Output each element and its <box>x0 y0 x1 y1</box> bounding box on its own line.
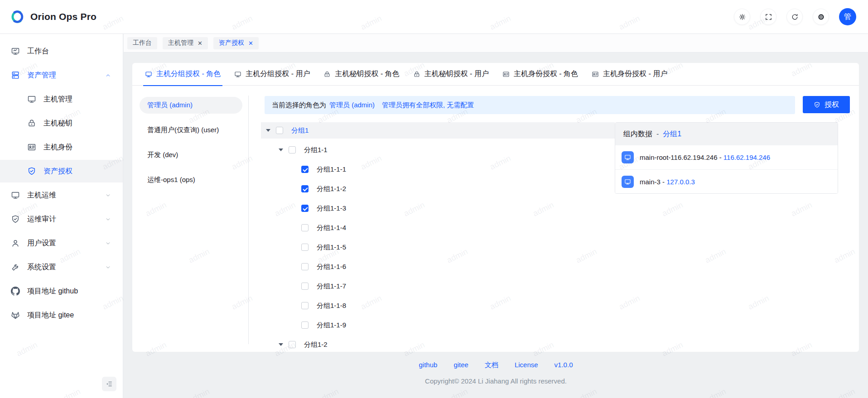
caret-down-icon[interactable] <box>277 341 285 348</box>
tree-node-label[interactable]: 分组1 <box>291 126 309 135</box>
role-list: 管理员 (admin)普通用户(仅查询) (user)开发 (dev)运维-op… <box>140 97 242 197</box>
sidebar-item-workbench[interactable]: 工作台 <box>0 40 123 62</box>
sidebar-item-asset-authorization[interactable]: 资产授权 <box>0 160 123 182</box>
tree-node-label[interactable]: 分组1-1-1 <box>317 165 346 174</box>
checkbox[interactable] <box>301 263 309 270</box>
tab-group-role[interactable]: 主机分组授权 - 角色 <box>145 63 221 86</box>
tab-key-role[interactable]: 主机秘钥授权 - 角色 <box>323 63 399 86</box>
tree-node-label[interactable]: 分组1-1-8 <box>317 302 346 310</box>
checkbox[interactable] <box>289 146 296 153</box>
checkbox[interactable] <box>301 166 309 173</box>
alert-note: 管理员拥有全部权限, 无需配置 <box>382 101 474 110</box>
theme-button[interactable] <box>734 9 750 25</box>
caret-spacer <box>290 205 297 212</box>
caret-down-icon[interactable] <box>277 146 285 153</box>
tab-chip-workbench[interactable]: 工作台 <box>127 37 157 49</box>
footer-link-v1.0.0[interactable]: v1.0.0 <box>555 361 573 369</box>
footer-link-文档[interactable]: 文档 <box>485 361 498 369</box>
sidebar-item-github[interactable]: 项目地址 github <box>0 280 123 302</box>
tree-node-label[interactable]: 分组1-1-4 <box>317 224 346 232</box>
tab-chip-host-management[interactable]: 主机管理✕ <box>163 37 208 49</box>
host-list: main-root-116.62.194.246 - 116.62.194.24… <box>615 145 838 193</box>
tree-node-label[interactable]: 分组1-1-6 <box>317 263 346 271</box>
tab-key-user[interactable]: 主机秘钥授权 - 用户 <box>413 63 489 86</box>
gear-icon <box>817 13 825 21</box>
card-body: 管理员 (admin)普通用户(仅查询) (user)开发 (dev)运维-op… <box>132 86 859 351</box>
sidebar-item-assets[interactable]: 资产管理 <box>0 64 123 86</box>
checkbox[interactable] <box>301 185 309 192</box>
tab-chip-label: 主机管理 <box>168 39 193 47</box>
sidebar-item-host-ops[interactable]: 主机运维 <box>0 184 123 206</box>
tree-row: 分组1-1-2 <box>261 181 615 197</box>
brand: Orion Ops Pro <box>9 9 96 25</box>
host-ip-link[interactable]: 127.0.0.3 <box>666 178 695 186</box>
footer-link-gitee[interactable]: gitee <box>453 361 468 369</box>
close-icon[interactable]: ✕ <box>248 40 253 46</box>
tree-row: 分组1-1-9 <box>261 317 615 333</box>
user-icon <box>11 239 20 248</box>
footer-link-License[interactable]: License <box>515 361 538 369</box>
tree-node-label[interactable]: 分组1-1-7 <box>317 282 346 291</box>
role-item[interactable]: 开发 (dev) <box>140 147 242 163</box>
tree-node-label[interactable]: 分组1-1-2 <box>317 185 346 193</box>
tab-label: 主机身份授权 - 角色 <box>514 69 578 79</box>
tree-node-label[interactable]: 分组1-1-5 <box>317 243 346 252</box>
checkbox[interactable] <box>301 302 309 309</box>
sidebar-collapse-button[interactable] <box>102 377 116 391</box>
checkbox[interactable] <box>289 341 296 348</box>
tree-row: 分组1 <box>261 122 615 139</box>
content-card: 主机分组授权 - 角色主机分组授权 - 用户主机秘钥授权 - 角色主机秘钥授权 … <box>132 63 859 352</box>
group-panel-header: 组内数据 - 分组1 <box>615 123 838 145</box>
checkbox[interactable] <box>301 205 309 212</box>
checkbox[interactable] <box>276 127 283 134</box>
host-row[interactable]: main-root-116.62.194.246 - 116.62.194.24… <box>615 145 838 169</box>
role-item[interactable]: 管理员 (admin) <box>140 97 242 114</box>
role-item[interactable]: 运维-ops1 (ops) <box>140 172 242 188</box>
monitor-icon <box>624 154 631 161</box>
sidebar-item-gitee[interactable]: 项目地址 gitee <box>0 304 123 326</box>
group-panel-group-link[interactable]: 分组1 <box>663 129 681 139</box>
tab-group-user[interactable]: 主机分组授权 - 用户 <box>234 63 310 86</box>
tree-node-label[interactable]: 分组1-2 <box>304 340 328 349</box>
checkbox[interactable] <box>301 224 309 231</box>
caret-down-icon[interactable] <box>265 127 272 134</box>
tab-identity-user[interactable]: 主机身份授权 - 用户 <box>592 63 667 86</box>
caret-spacer <box>290 321 297 329</box>
sidebar-item-host-management[interactable]: 主机管理 <box>0 88 123 110</box>
sidebar-item-user-settings[interactable]: 用户设置 <box>0 232 123 254</box>
tab-label: 主机秘钥授权 - 用户 <box>424 69 489 79</box>
tab-chip-asset-authorization[interactable]: 资产授权✕ <box>213 37 259 49</box>
sidebar-item-host-identity[interactable]: 主机身份 <box>0 136 123 158</box>
copyright: Copyright© 2024 Li Jiahang All rights re… <box>124 377 868 385</box>
checkbox[interactable] <box>301 321 309 329</box>
checkbox[interactable] <box>301 283 309 290</box>
close-icon[interactable]: ✕ <box>198 40 203 46</box>
host-ip-link[interactable]: 116.62.194.246 <box>723 153 770 161</box>
header-actions: 管 <box>734 8 856 25</box>
gitee-icon <box>11 311 20 320</box>
role-item[interactable]: 普通用户(仅查询) (user) <box>140 122 242 139</box>
sidebar-item-ops-audit[interactable]: 运维审计 <box>0 208 123 230</box>
user-avatar[interactable]: 管 <box>839 8 856 25</box>
app-title: Orion Ops Pro <box>30 11 96 22</box>
tree-node-label[interactable]: 分组1-1 <box>304 146 328 154</box>
tab-identity-role[interactable]: 主机身份授权 - 角色 <box>502 63 578 86</box>
host-row[interactable]: main-3 - 127.0.0.3 <box>615 169 838 193</box>
refresh-button[interactable] <box>786 9 803 25</box>
settings-button[interactable] <box>813 9 829 25</box>
group-tree: 分组1分组1-1分组1-1-1分组1-1-2分组1-1-3分组1-1-4分组1-… <box>261 122 615 356</box>
authorize-button[interactable]: 授权 <box>803 96 850 113</box>
host-name: main-3 <box>640 178 661 186</box>
fullscreen-button[interactable] <box>760 9 776 25</box>
monitor-icon <box>624 178 631 185</box>
sidebar-item-host-keys[interactable]: 主机秘钥 <box>0 112 123 134</box>
sidebar-item-system-settings[interactable]: 系统设置 <box>0 256 123 278</box>
alert-role-link[interactable]: 管理员 (admin) <box>329 101 375 110</box>
checkbox[interactable] <box>301 244 309 251</box>
footer-link-github[interactable]: github <box>419 361 438 369</box>
tree-node-label[interactable]: 分组1-1-3 <box>317 204 346 213</box>
monitor-icon <box>11 191 20 200</box>
tree-node-label[interactable]: 分组1-1-9 <box>317 321 346 330</box>
tab-chip-label: 工作台 <box>133 39 152 47</box>
sidebar-item-label: 项目地址 github <box>27 287 78 296</box>
